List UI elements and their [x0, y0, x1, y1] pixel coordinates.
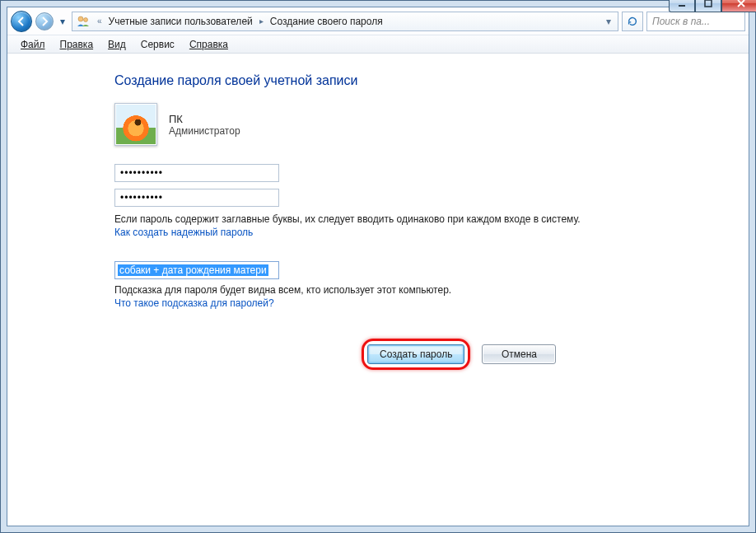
menu-help[interactable]: Справка: [183, 37, 235, 52]
password-hint-input[interactable]: собаки + дата рождения матери: [114, 261, 279, 279]
user-name: ПК: [169, 113, 240, 125]
refresh-button[interactable]: [622, 12, 643, 31]
strong-password-link[interactable]: Как создать надежный пароль: [114, 227, 253, 238]
content-area: Создание пароля своей учетной записи ПК …: [7, 54, 749, 526]
user-summary: ПК Администратор: [114, 103, 732, 146]
menu-view[interactable]: Вид: [101, 37, 133, 52]
caps-warning-text: Если пароль содержит заглавные буквы, их…: [114, 213, 732, 225]
page-title: Создание пароля своей учетной записи: [114, 73, 732, 88]
breadcrumb-current[interactable]: Создание своего пароля: [270, 16, 383, 27]
create-password-button[interactable]: Создать пароль: [367, 344, 464, 364]
svg-rect-1: [705, 0, 712, 7]
back-button[interactable]: [11, 11, 32, 32]
hint-selected-text: собаки + дата рождения матери: [118, 264, 268, 276]
svg-rect-0: [679, 5, 685, 7]
user-role: Администратор: [169, 125, 240, 137]
tutorial-highlight: Создать пароль: [362, 339, 470, 370]
minimize-button[interactable]: [669, 0, 695, 12]
menu-tools[interactable]: Сервис: [134, 37, 181, 52]
address-bar[interactable]: « Учетные записи пользователей ▸ Создани…: [72, 12, 618, 31]
button-row: Создать пароль Отмена: [114, 339, 732, 370]
recent-pages-dropdown[interactable]: ▾: [57, 12, 68, 30]
menu-file[interactable]: Файл: [14, 37, 52, 52]
menu-bar: Файл Правка Вид Сервис Справка: [7, 35, 749, 54]
hint-help-link[interactable]: Что такое подсказка для паролей?: [114, 297, 274, 309]
forward-button[interactable]: [35, 12, 54, 30]
chevron-right-icon: ▸: [258, 16, 265, 26]
flower-icon: [116, 105, 156, 144]
maximize-button[interactable]: [695, 0, 721, 12]
titlebar-caption-buttons: [669, 0, 756, 16]
breadcrumb-prev-icon[interactable]: «: [96, 16, 104, 26]
window-frame: ▾ « Учетные записи пользователей ▸ Созда…: [0, 0, 756, 533]
hint-visibility-text: Подсказка для пароля будет видна всем, к…: [114, 284, 732, 296]
menu-edit[interactable]: Правка: [54, 37, 100, 52]
cancel-button[interactable]: Отмена: [482, 344, 556, 364]
avatar: [114, 103, 157, 146]
search-placeholder: Поиск в па...: [652, 16, 710, 27]
svg-point-3: [84, 17, 88, 21]
breadcrumb-root[interactable]: Учетные записи пользователей: [109, 16, 253, 27]
close-button[interactable]: [721, 0, 756, 12]
password-input[interactable]: ••••••••••: [114, 164, 279, 182]
svg-point-2: [78, 16, 83, 21]
user-accounts-icon: [76, 14, 91, 29]
address-dropdown-icon[interactable]: ▾: [603, 16, 614, 27]
password-confirm-input[interactable]: ••••••••••: [114, 189, 279, 207]
navigation-bar: ▾ « Учетные записи пользователей ▸ Созда…: [7, 7, 749, 35]
